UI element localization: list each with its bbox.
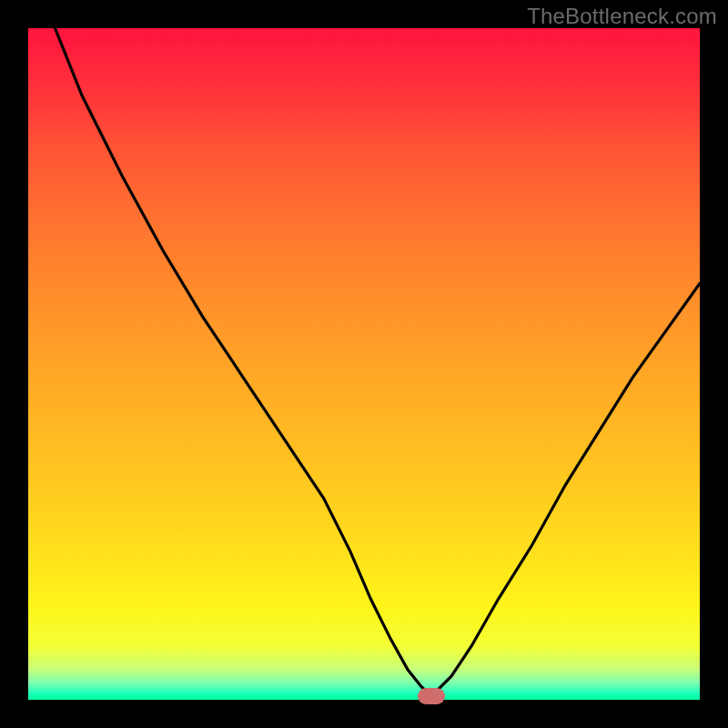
plot-area <box>28 28 700 700</box>
bottleneck-curve <box>56 28 701 696</box>
optimal-marker <box>418 688 445 704</box>
watermark-text: TheBottleneck.com <box>527 4 717 29</box>
curve-overlay <box>28 28 700 700</box>
chart-frame: TheBottleneck.com <box>0 0 728 728</box>
